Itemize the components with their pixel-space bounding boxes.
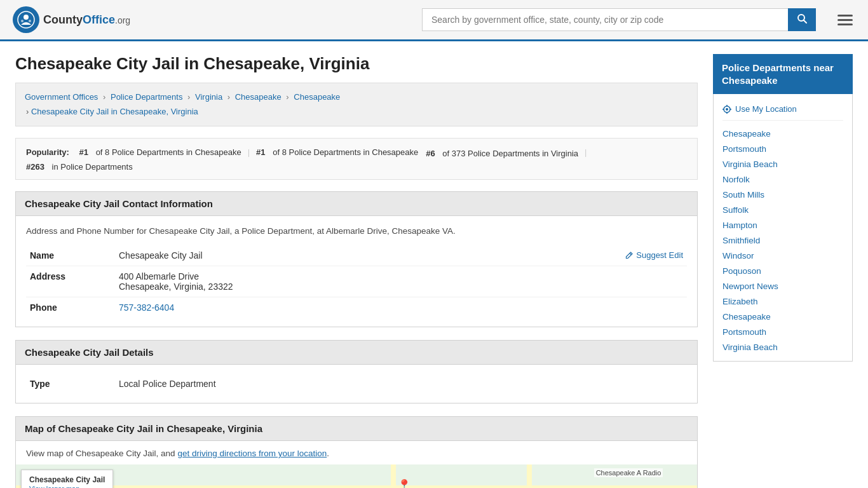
map-background: Chesapeake General Services Department B… — [16, 464, 697, 488]
name-value: Chesapeake City Jail Suggest Edit — [115, 245, 687, 266]
road-h1 — [16, 485, 697, 488]
pop-item-3: #6 of 373 Police Departments in Virginia — [426, 149, 578, 158]
pop-item-2: #1 of 8 Police Departments in Chesapeake — [256, 147, 418, 157]
pop-rank-3: #6 — [426, 149, 435, 158]
sidebar-link-0[interactable]: Chesapeake — [722, 129, 771, 139]
map-container[interactable]: Chesapeake General Services Department B… — [16, 464, 697, 488]
sidebar-link-item-14: Virginia Beach — [722, 339, 843, 355]
address-line2: Chesapeake, Virginia, 23322 — [119, 281, 683, 292]
sidebar-link-item-3: Norfolk — [722, 172, 843, 187]
logo-text: CountyOffice.org — [43, 13, 130, 27]
breadcrumb: Government Offices › Police Departments … — [15, 83, 698, 126]
type-value: Local Police Department — [115, 374, 687, 394]
breadcrumb-link-gov[interactable]: Government Offices — [25, 92, 98, 102]
sidebar-link-5[interactable]: Suffolk — [722, 205, 749, 215]
map-section-body: View map of Chesapeake City Jail, and ge… — [15, 441, 698, 488]
sidebar-body: Use My Location ChesapeakePortsmouthVirg… — [713, 94, 853, 362]
sidebar-link-item-9: Poquoson — [722, 263, 843, 278]
type-row: Type Local Police Department — [26, 374, 687, 394]
phone-row: Phone 757-382-6404 — [26, 297, 687, 318]
address-value: 400 Albemarle Drive Chesapeake, Virginia… — [115, 266, 687, 297]
sidebar-link-3[interactable]: Norfolk — [722, 175, 750, 184]
sidebar-link-7[interactable]: Smithfield — [722, 236, 760, 245]
main-wrapper: Chesapeake City Jail in Chesapeake, Virg… — [0, 41, 868, 488]
address-label: Address — [26, 266, 115, 297]
svg-line-5 — [804, 20, 807, 24]
sidebar-link-4[interactable]: South Mills — [722, 190, 764, 200]
sidebar-link-9[interactable]: Poquoson — [722, 266, 761, 276]
sidebar-link-12[interactable]: Chesapeake — [722, 312, 771, 322]
logo: CountyOffice.org — [13, 6, 130, 33]
contact-section-header: Chesapeake City Jail Contact Information — [15, 191, 698, 216]
details-section-header: Chesapeake City Jail Details — [15, 340, 698, 365]
svg-point-2 — [21, 20, 24, 22]
popularity-label: Popularity: — [26, 147, 69, 157]
map-pin: 📍 — [397, 478, 411, 488]
pop-text-1: of 8 Police Departments in Chesapeake — [96, 147, 241, 157]
pop-item-1: #1 of 8 Police Departments in Chesapeake — [79, 147, 241, 157]
road-v2 — [527, 464, 532, 488]
details-info-table: Type Local Police Department — [26, 374, 687, 394]
map-section-header: Map of Chesapeake City Jail in Chesapeak… — [15, 416, 698, 441]
driving-directions-link[interactable]: get driving directions from your locatio… — [177, 449, 327, 458]
popularity-bar: Popularity: #1 of 8 Police Departments i… — [15, 138, 698, 180]
sidebar-link-1[interactable]: Portsmouth — [722, 144, 766, 154]
breadcrumb-link-police[interactable]: Police Departments — [111, 92, 182, 102]
breadcrumb-link-chesapeake2[interactable]: Chesapeake — [294, 92, 340, 102]
page-title: Chesapeake City Jail in Chesapeake, Virg… — [15, 54, 698, 74]
sidebar-link-6[interactable]: Hampton — [722, 220, 757, 230]
svg-point-3 — [29, 20, 31, 22]
map-overlay: Chesapeake City Jail View larger map — [21, 470, 113, 488]
svg-point-1 — [24, 15, 29, 20]
sidebar-link-11[interactable]: Elizabeth — [722, 297, 758, 306]
type-label: Type — [26, 374, 115, 394]
breadcrumb-sep-1: › — [103, 92, 105, 102]
sidebar-link-item-13: Portsmouth — [722, 324, 843, 339]
sidebar-link-item-8: Windsor — [722, 248, 843, 263]
use-location-label: Use My Location — [735, 104, 797, 114]
contact-section: Chesapeake City Jail Contact Information… — [15, 191, 698, 327]
phone-link[interactable]: 757-382-6404 — [119, 302, 174, 313]
map-overlay-link[interactable]: View larger map — [29, 485, 79, 488]
sidebar-link-item-0: Chesapeake — [722, 126, 843, 141]
map-section: Map of Chesapeake City Jail in Chesapeak… — [15, 416, 698, 488]
address-line1: 400 Albemarle Drive — [119, 271, 683, 281]
sidebar-link-14[interactable]: Virginia Beach — [722, 342, 778, 352]
logo-icon — [13, 6, 39, 33]
sidebar-link-item-12: Chesapeake — [722, 309, 843, 324]
breadcrumb-link-va[interactable]: Virginia — [195, 92, 222, 102]
sidebar-link-item-5: Suffolk — [722, 202, 843, 217]
sidebar-link-2[interactable]: Virginia Beach — [722, 159, 778, 169]
phone-label: Phone — [26, 297, 115, 318]
sidebar-link-item-2: Virginia Beach — [722, 156, 843, 172]
breadcrumb-link-chesapeake1[interactable]: Chesapeake — [235, 92, 281, 102]
pop-item-4: #263 in Police Departments — [26, 162, 133, 172]
search-button[interactable] — [788, 8, 816, 31]
map-overlay-name: Chesapeake City Jail — [29, 475, 105, 484]
use-my-location-link[interactable]: Use My Location — [722, 100, 843, 121]
pop-rank-2: #1 — [256, 147, 265, 157]
breadcrumb-sep-3: › — [227, 92, 230, 102]
content-area: Chesapeake City Jail in Chesapeake, Virg… — [15, 54, 698, 488]
phone-value: 757-382-6404 — [115, 297, 687, 318]
sidebar-links-list: ChesapeakePortsmouthVirginia BeachNorfol… — [722, 126, 843, 355]
sidebar-link-item-7: Smithfield — [722, 233, 843, 248]
pop-divider-1: | — [248, 147, 250, 157]
menu-button[interactable] — [835, 12, 855, 28]
suggest-edit-link[interactable]: Suggest Edit — [625, 250, 683, 260]
pop-text-2: of 8 Police Departments in Chesapeake — [273, 147, 418, 157]
sidebar-link-13[interactable]: Portsmouth — [722, 327, 766, 337]
breadcrumb-sep-5: › — [26, 107, 29, 116]
details-section: Chesapeake City Jail Details Type Local … — [15, 340, 698, 403]
sidebar-link-item-10: Newport News — [722, 278, 843, 294]
search-input[interactable] — [422, 8, 788, 31]
breadcrumb-link-jail[interactable]: Chesapeake City Jail in Chesapeake, Virg… — [31, 107, 198, 116]
sidebar-link-item-11: Elizabeth — [722, 294, 843, 309]
search-area — [422, 8, 816, 31]
sidebar-link-10[interactable]: Newport News — [722, 281, 778, 291]
sidebar-title: Police Departments near Chesapeake — [713, 54, 853, 94]
pop-text-3: of 373 Police Departments in Virginia — [442, 149, 578, 158]
pop-text-4: in Police Departments — [52, 162, 133, 172]
name-label: Name — [26, 245, 115, 266]
sidebar-link-8[interactable]: Windsor — [722, 251, 754, 261]
